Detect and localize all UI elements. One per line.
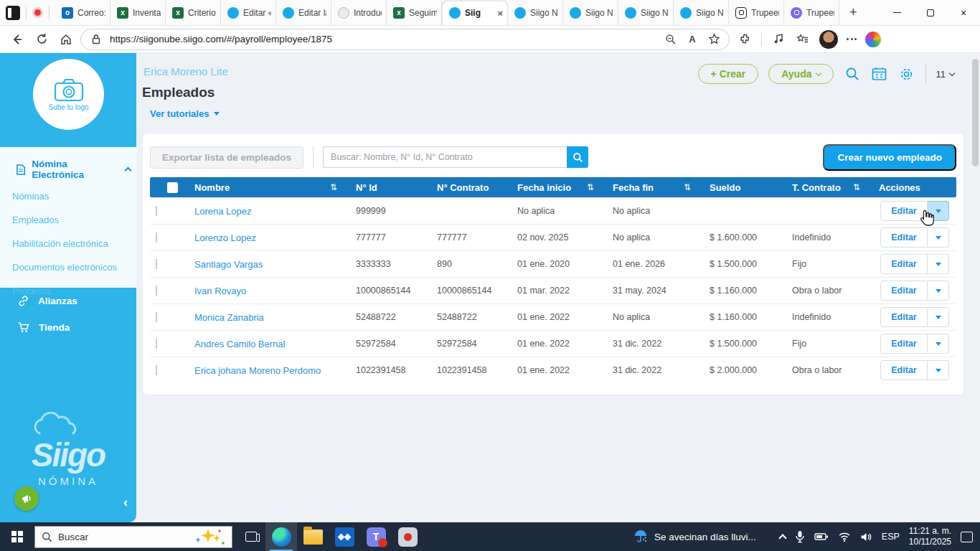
upload-logo-button[interactable]: Sube tu logo	[33, 59, 104, 130]
sidebar-item-empleados[interactable]: Empleados	[0, 208, 136, 232]
taskbar-recorder-button[interactable]	[392, 522, 423, 551]
create-button[interactable]: + Crear	[698, 64, 759, 84]
sidebar-item-nominas[interactable]: Nóminas	[0, 184, 136, 208]
edit-dropdown-button[interactable]	[928, 360, 949, 380]
tab-editar-1[interactable]: Editar «	[221, 1, 276, 25]
tab-editar-2[interactable]: Editar la	[276, 1, 331, 25]
language-indicator[interactable]: ESP	[882, 532, 900, 542]
search-submit-button[interactable]	[567, 146, 588, 168]
taskbar-explorer-button[interactable]	[297, 522, 329, 551]
employee-name-link[interactable]: Erica johana Moreno Perdomo	[189, 365, 350, 376]
tab-siigo-3[interactable]: Siigo N	[563, 1, 618, 25]
row-checkbox[interactable]	[156, 259, 157, 269]
taskbar-clock[interactable]: 11:21 a. m. 10/11/2025	[909, 526, 951, 547]
weather-widget[interactable]: Se avecinan días lluvi...	[633, 529, 756, 544]
tab-inventario[interactable]: xInventari	[110, 1, 166, 25]
tab-siigo-2[interactable]: Siigo N	[508, 1, 563, 25]
row-checkbox[interactable]	[156, 206, 157, 216]
search-icon[interactable]	[844, 65, 861, 83]
row-checkbox[interactable]	[156, 339, 157, 349]
column-header-sueldo[interactable]: Sueldo	[704, 182, 786, 193]
collapse-sidebar-icon[interactable]: ‹	[123, 495, 128, 510]
favorite-star-icon[interactable]	[706, 32, 722, 47]
edit-button[interactable]: Editar	[880, 227, 928, 248]
notification-center-icon[interactable]	[961, 532, 973, 542]
taskbar-edge-button[interactable]	[265, 522, 297, 551]
edit-dropdown-button[interactable]	[928, 254, 949, 274]
minimize-button[interactable]	[881, 0, 914, 26]
edit-dropdown-button[interactable]	[928, 281, 949, 301]
home-icon[interactable]	[56, 29, 76, 50]
column-header-tipo-contrato[interactable]: T. Contrato⇅	[786, 182, 873, 193]
sidebar-item-tienda[interactable]: Tienda	[0, 314, 136, 341]
tab-trupeer-1[interactable]: Trupeer	[729, 1, 784, 25]
taskbar-devops-button[interactable]	[329, 522, 360, 551]
row-checkbox[interactable]	[156, 232, 157, 242]
employee-name-link[interactable]: Lorena Lopez	[189, 206, 350, 217]
select-all-checkbox[interactable]	[167, 182, 178, 193]
profile-avatar[interactable]	[819, 30, 838, 49]
column-header-fecha-inicio[interactable]: Fecha inicio⇅	[512, 182, 607, 193]
recording-indicator-icon[interactable]	[32, 7, 43, 18]
row-checkbox[interactable]	[156, 365, 157, 375]
back-icon[interactable]	[7, 29, 27, 50]
page-scrollbar[interactable]	[970, 53, 980, 522]
employee-name-link[interactable]: Andres Camilo Bernal	[189, 339, 350, 349]
browser-menu-icon[interactable]	[847, 38, 857, 40]
employee-name-link[interactable]: Monica Zanabria	[189, 312, 350, 323]
zoom-icon[interactable]	[663, 32, 679, 47]
edit-dropdown-button[interactable]	[928, 227, 949, 248]
employee-name-link[interactable]: Lorenzo Lopez	[189, 232, 350, 243]
read-aloud-icon[interactable]: A	[684, 32, 700, 47]
url-text[interactable]: https://siigonube.siigo.com/#/payroll/em…	[110, 34, 657, 44]
sidebar-item-alianzas[interactable]: Alianzas	[0, 288, 136, 314]
taskbar-teams-button[interactable]: T	[360, 522, 392, 551]
start-button[interactable]	[0, 522, 34, 551]
employee-name-link[interactable]: Ivan Rovayo	[189, 286, 350, 296]
url-field[interactable]: https://siigonube.siigo.com/#/payroll/em…	[80, 29, 730, 50]
edit-button[interactable]: Editar	[880, 360, 928, 380]
sort-icon[interactable]: ⇅	[684, 182, 691, 192]
tab-correo[interactable]: oCorreo:	[55, 1, 110, 25]
row-checkbox[interactable]	[156, 312, 157, 322]
tab-siigo-4[interactable]: Siigo N	[618, 1, 674, 25]
task-view-button[interactable]	[237, 522, 265, 551]
microphone-icon[interactable]	[795, 530, 805, 543]
column-header-nombre[interactable]: Nombre⇅	[189, 182, 350, 193]
close-tab-icon[interactable]: ×	[497, 8, 503, 19]
branch-selector[interactable]: 11	[936, 69, 955, 80]
row-checkbox[interactable]	[156, 286, 157, 296]
wifi-icon[interactable]	[838, 532, 851, 542]
sort-icon[interactable]: ⇅	[330, 182, 337, 192]
browser-essentials-icon[interactable]	[771, 32, 786, 47]
tab-trupeer-2[interactable]: Trupeer	[784, 1, 839, 25]
edit-button[interactable]: Editar	[880, 307, 928, 327]
help-button[interactable]: Ayuda	[768, 64, 833, 84]
column-header-fecha-fin[interactable]: Fecha fin⇅	[607, 182, 704, 193]
tab-siigo-active[interactable]: Siig×	[442, 1, 508, 25]
calendar-icon[interactable]	[871, 65, 888, 83]
battery-icon[interactable]	[814, 532, 829, 542]
refresh-icon[interactable]	[32, 29, 52, 50]
lock-icon[interactable]	[88, 32, 104, 47]
edit-dropdown-button[interactable]	[928, 307, 949, 327]
new-tab-button[interactable]: +	[849, 5, 857, 20]
copilot-icon[interactable]	[865, 32, 881, 47]
close-window-button[interactable]: ×	[947, 0, 980, 26]
taskbar-search[interactable]: Buscar	[34, 526, 232, 548]
scrollbar-thumb[interactable]	[972, 59, 979, 166]
tab-criterios[interactable]: xCriterios	[166, 1, 221, 25]
tab-seguimiento[interactable]: xSeguimi	[387, 1, 442, 25]
sort-icon[interactable]: ⇅	[853, 182, 860, 192]
announcements-button[interactable]	[14, 486, 39, 511]
tab-introduc[interactable]: Introduc	[331, 1, 387, 25]
create-employee-button[interactable]: Crear nuevo empleado	[823, 144, 956, 171]
sidebar-item-documentos[interactable]: Documentos electrónicos	[0, 255, 136, 279]
favorites-list-icon[interactable]	[795, 32, 811, 47]
sidebar-section-nomina-electronica[interactable]: Nómina Electrónica	[0, 147, 136, 184]
maximize-button[interactable]	[914, 0, 947, 26]
edit-dropdown-button[interactable]	[928, 334, 949, 354]
extensions-icon[interactable]	[737, 32, 753, 47]
sidebar-item-habilitacion[interactable]: Habilitación electrónica	[0, 232, 136, 255]
edit-button[interactable]: Editar	[880, 281, 928, 301]
